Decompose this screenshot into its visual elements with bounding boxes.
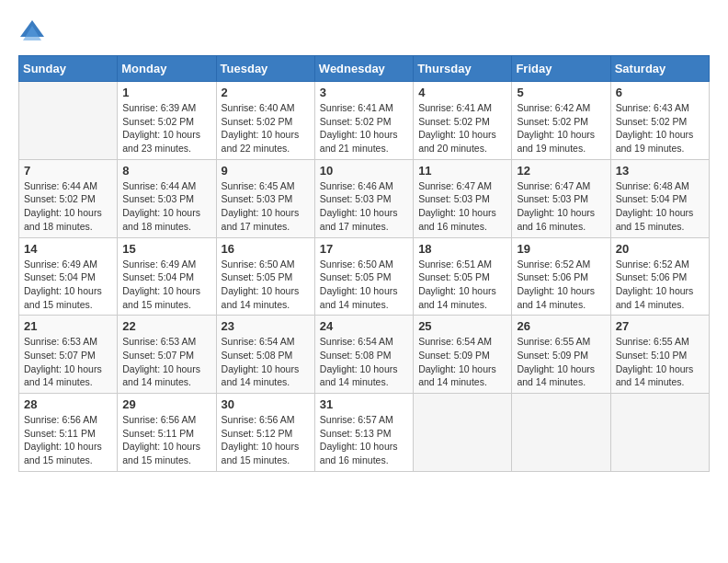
daylight-text: Daylight: 10 hours and 14 minutes.: [122, 363, 200, 388]
day-of-week-header: Saturday: [610, 56, 709, 82]
sunset-text: Sunset: 5:02 PM: [122, 116, 194, 127]
logo: [18, 18, 50, 46]
sunset-text: Sunset: 5:02 PM: [517, 116, 588, 127]
day-info: Sunrise: 6:48 AM Sunset: 5:04 PM Dayligh…: [616, 179, 704, 234]
day-number: 8: [122, 164, 210, 178]
day-number: 21: [24, 319, 112, 333]
day-info: Sunrise: 6:56 AM Sunset: 5:12 PM Dayligh…: [222, 413, 310, 467]
sunrise-text: Sunrise: 6:56 AM: [122, 414, 196, 425]
sunrise-text: Sunrise: 6:39 AM: [122, 102, 196, 113]
page-header: [18, 18, 710, 46]
sunset-text: Sunset: 5:06 PM: [517, 271, 588, 282]
calendar-day-cell: 7 Sunrise: 6:44 AM Sunset: 5:02 PM Dayli…: [19, 159, 118, 237]
day-number: 17: [320, 242, 408, 256]
day-number: 25: [418, 319, 506, 333]
sunset-text: Sunset: 5:02 PM: [24, 193, 96, 204]
day-number: 22: [122, 319, 210, 333]
calendar-day-cell: 25 Sunrise: 6:54 AM Sunset: 5:09 PM Dayl…: [414, 316, 512, 394]
sunset-text: Sunset: 5:04 PM: [24, 271, 96, 282]
day-info: Sunrise: 6:41 AM Sunset: 5:02 PM Dayligh…: [320, 101, 408, 155]
sunset-text: Sunset: 5:03 PM: [517, 193, 588, 204]
calendar-day-cell: [610, 394, 709, 472]
sunrise-text: Sunrise: 6:41 AM: [418, 102, 492, 113]
day-info: Sunrise: 6:44 AM Sunset: 5:02 PM Dayligh…: [24, 179, 112, 234]
day-number: 29: [122, 397, 210, 411]
sunset-text: Sunset: 5:04 PM: [616, 193, 688, 204]
calendar-day-cell: [414, 394, 512, 472]
sunrise-text: Sunrise: 6:49 AM: [122, 259, 196, 270]
sunrise-text: Sunrise: 6:50 AM: [222, 259, 295, 270]
sunset-text: Sunset: 5:09 PM: [517, 350, 588, 361]
daylight-text: Daylight: 10 hours and 14 minutes.: [24, 363, 102, 388]
daylight-text: Daylight: 10 hours and 21 minutes.: [320, 129, 398, 154]
day-number: 30: [222, 397, 310, 411]
sunrise-text: Sunrise: 6:47 AM: [517, 180, 590, 191]
sunrise-text: Sunrise: 6:54 AM: [320, 336, 393, 347]
day-of-week-header: Friday: [512, 56, 610, 82]
sunrise-text: Sunrise: 6:54 AM: [418, 336, 492, 347]
day-info: Sunrise: 6:49 AM Sunset: 5:04 PM Dayligh…: [122, 258, 210, 312]
sunrise-text: Sunrise: 6:44 AM: [122, 180, 196, 191]
calendar-day-cell: [19, 82, 118, 160]
calendar-day-cell: 4 Sunrise: 6:41 AM Sunset: 5:02 PM Dayli…: [414, 82, 512, 160]
daylight-text: Daylight: 10 hours and 22 minutes.: [222, 129, 300, 154]
calendar-day-cell: 23 Sunrise: 6:54 AM Sunset: 5:08 PM Dayl…: [216, 316, 314, 394]
sunset-text: Sunset: 5:03 PM: [418, 193, 490, 204]
daylight-text: Daylight: 10 hours and 14 minutes.: [517, 285, 595, 310]
sunset-text: Sunset: 5:12 PM: [222, 428, 293, 439]
calendar-day-cell: 26 Sunrise: 6:55 AM Sunset: 5:09 PM Dayl…: [512, 316, 610, 394]
sunrise-text: Sunrise: 6:52 AM: [517, 259, 590, 270]
sunset-text: Sunset: 5:09 PM: [418, 350, 490, 361]
day-info: Sunrise: 6:52 AM Sunset: 5:06 PM Dayligh…: [517, 258, 605, 312]
day-of-week-header: Tuesday: [216, 56, 314, 82]
day-number: 6: [616, 86, 704, 99]
calendar-day-cell: 10 Sunrise: 6:46 AM Sunset: 5:03 PM Dayl…: [314, 159, 413, 237]
calendar-day-cell: 24 Sunrise: 6:54 AM Sunset: 5:08 PM Dayl…: [314, 316, 413, 394]
calendar-day-cell: 6 Sunrise: 6:43 AM Sunset: 5:02 PM Dayli…: [610, 82, 709, 160]
day-info: Sunrise: 6:50 AM Sunset: 5:05 PM Dayligh…: [320, 258, 408, 312]
daylight-text: Daylight: 10 hours and 19 minutes.: [517, 129, 595, 154]
day-info: Sunrise: 6:41 AM Sunset: 5:02 PM Dayligh…: [418, 101, 506, 155]
sunset-text: Sunset: 5:05 PM: [418, 271, 490, 282]
sunrise-text: Sunrise: 6:53 AM: [24, 336, 97, 347]
calendar-day-cell: 18 Sunrise: 6:51 AM Sunset: 5:05 PM Dayl…: [414, 237, 512, 316]
day-number: 10: [320, 164, 408, 178]
calendar-day-cell: 11 Sunrise: 6:47 AM Sunset: 5:03 PM Dayl…: [414, 159, 512, 237]
sunrise-text: Sunrise: 6:54 AM: [222, 336, 295, 347]
day-info: Sunrise: 6:55 AM Sunset: 5:10 PM Dayligh…: [616, 335, 704, 389]
sunrise-text: Sunrise: 6:56 AM: [222, 414, 295, 425]
day-number: 24: [320, 319, 408, 333]
day-info: Sunrise: 6:45 AM Sunset: 5:03 PM Dayligh…: [222, 179, 310, 234]
calendar-day-cell: 31 Sunrise: 6:57 AM Sunset: 5:13 PM Dayl…: [314, 394, 413, 472]
calendar-week-row: 7 Sunrise: 6:44 AM Sunset: 5:02 PM Dayli…: [19, 159, 710, 237]
calendar-day-cell: 9 Sunrise: 6:45 AM Sunset: 5:03 PM Dayli…: [216, 159, 314, 237]
sunset-text: Sunset: 5:08 PM: [320, 350, 392, 361]
sunset-text: Sunset: 5:03 PM: [320, 193, 392, 204]
sunset-text: Sunset: 5:11 PM: [122, 428, 194, 439]
day-of-week-header: Monday: [118, 56, 216, 82]
daylight-text: Daylight: 10 hours and 15 minutes.: [222, 441, 300, 465]
calendar-day-cell: 28 Sunrise: 6:56 AM Sunset: 5:11 PM Dayl…: [19, 394, 118, 472]
day-info: Sunrise: 6:46 AM Sunset: 5:03 PM Dayligh…: [320, 179, 408, 234]
sunrise-text: Sunrise: 6:56 AM: [24, 414, 97, 425]
sunrise-text: Sunrise: 6:49 AM: [24, 259, 97, 270]
day-info: Sunrise: 6:44 AM Sunset: 5:03 PM Dayligh…: [122, 179, 210, 234]
sunset-text: Sunset: 5:13 PM: [320, 428, 392, 439]
day-info: Sunrise: 6:53 AM Sunset: 5:07 PM Dayligh…: [122, 335, 210, 389]
day-info: Sunrise: 6:54 AM Sunset: 5:09 PM Dayligh…: [418, 335, 506, 389]
daylight-text: Daylight: 10 hours and 15 minutes.: [616, 207, 694, 232]
calendar-day-cell: 21 Sunrise: 6:53 AM Sunset: 5:07 PM Dayl…: [19, 316, 118, 394]
day-info: Sunrise: 6:43 AM Sunset: 5:02 PM Dayligh…: [616, 101, 704, 155]
sunrise-text: Sunrise: 6:52 AM: [616, 259, 689, 270]
day-number: 18: [418, 242, 506, 256]
day-number: 28: [24, 397, 112, 411]
day-number: 27: [616, 319, 704, 333]
sunset-text: Sunset: 5:02 PM: [222, 116, 293, 127]
calendar-day-cell: 13 Sunrise: 6:48 AM Sunset: 5:04 PM Dayl…: [610, 159, 709, 237]
sunrise-text: Sunrise: 6:48 AM: [616, 180, 689, 191]
daylight-text: Daylight: 10 hours and 14 minutes.: [616, 363, 694, 388]
calendar-day-cell: 2 Sunrise: 6:40 AM Sunset: 5:02 PM Dayli…: [216, 82, 314, 160]
day-info: Sunrise: 6:42 AM Sunset: 5:02 PM Dayligh…: [517, 101, 605, 155]
calendar-day-cell: 16 Sunrise: 6:50 AM Sunset: 5:05 PM Dayl…: [216, 237, 314, 316]
calendar-header-row: SundayMondayTuesdayWednesdayThursdayFrid…: [19, 56, 710, 82]
